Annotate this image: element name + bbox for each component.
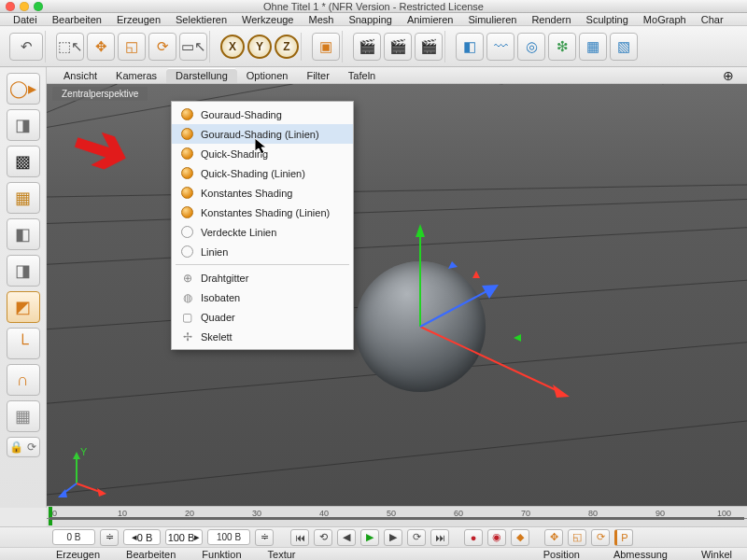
dd-quader[interactable]: ▢Quader <box>172 307 353 327</box>
step-forward-button[interactable]: ▶ <box>384 529 402 546</box>
lock-y-axis[interactable]: Y <box>247 35 272 59</box>
environment-button[interactable]: ▦ <box>579 33 607 61</box>
vp-menu-optionen[interactable]: Optionen <box>237 68 298 83</box>
prev-key-button[interactable]: ⟲ <box>314 529 332 546</box>
scale-tool[interactable]: ◱ <box>118 33 146 61</box>
picture-viewer-button[interactable]: 🎬 <box>415 33 443 61</box>
lock-z-axis[interactable]: Z <box>275 35 299 59</box>
close-traffic-light[interactable] <box>6 2 15 11</box>
menu-animieren[interactable]: Animieren <box>400 14 461 25</box>
menu-simulieren[interactable]: Simulieren <box>460 14 524 25</box>
menu-bearbeiten[interactable]: Bearbeiten <box>45 14 109 25</box>
range-start-field[interactable]: ◂ 0 B <box>123 529 161 545</box>
dd-quick-shading-linien[interactable]: Quick-Shading (Linien) <box>172 163 353 183</box>
magnet-snap-button[interactable]: ∩ <box>7 364 40 396</box>
status-bearbeiten[interactable]: Bearbeiten <box>126 549 176 560</box>
shading-ball-icon <box>181 167 193 179</box>
generator-button[interactable]: ◎ <box>517 33 545 61</box>
vp-menu-tafeln[interactable]: Tafeln <box>339 68 385 83</box>
status-erzeugen[interactable]: Erzeugen <box>56 549 100 560</box>
dd-skelett[interactable]: ✢Skelett <box>172 327 353 346</box>
minimize-traffic-light[interactable] <box>20 2 29 11</box>
lock-x-axis[interactable]: X <box>220 35 245 59</box>
shading-ball-icon <box>181 108 193 120</box>
render-settings-button[interactable]: 🎬 <box>384 33 412 61</box>
vp-menu-darstellung[interactable]: Darstellung <box>166 68 237 83</box>
key-param-button[interactable]: P <box>614 529 633 546</box>
current-frame-field[interactable]: 0 B <box>52 529 95 545</box>
timeline-ruler[interactable]: 0 10 20 30 40 50 60 70 80 90 100 <box>47 506 747 526</box>
svg-marker-7 <box>472 271 480 278</box>
menu-werkzeuge[interactable]: Werkzeuge <box>234 14 301 25</box>
camera-floor-button[interactable]: ▧ <box>610 33 638 61</box>
key-pos-button[interactable]: ✥ <box>544 529 563 546</box>
move-tool[interactable]: ✥ <box>87 33 115 61</box>
zoom-traffic-light[interactable] <box>34 2 43 11</box>
menu-mesh[interactable]: Mesh <box>301 14 341 25</box>
vp-menu-ansicht[interactable]: Ansicht <box>54 68 106 83</box>
play-button[interactable]: ▶ <box>360 529 379 546</box>
spline-button[interactable]: 〰 <box>486 33 514 61</box>
dd-konstantes-shading-linien[interactable]: Konstantes Shading (Linien) <box>172 203 353 222</box>
menu-sculpting[interactable]: Sculpting <box>579 14 636 25</box>
live-select-tool[interactable]: ⬚↖ <box>56 33 84 61</box>
frame-spinner[interactable]: ≑ <box>100 529 119 546</box>
perspective-viewport[interactable]: Y <box>47 84 747 508</box>
menu-char[interactable]: Char <box>694 14 731 25</box>
box-icon: ▢ <box>181 311 193 323</box>
status-textur[interactable]: Textur <box>268 549 296 560</box>
go-end-button[interactable]: ⏭ <box>430 529 449 546</box>
next-key-button[interactable]: ⟳ <box>407 529 426 546</box>
preview-end-field[interactable]: 100 B ▸ <box>165 529 203 545</box>
polygon-mode-button[interactable]: ◩ <box>7 291 40 323</box>
workplane-button[interactable]: ▦ <box>7 182 40 214</box>
dd-isobaten[interactable]: ◍Isobaten <box>172 287 353 307</box>
primitive-cube-button[interactable]: ◧ <box>456 33 484 61</box>
svg-line-2 <box>420 327 560 392</box>
make-editable-button[interactable]: ◯▸ <box>7 73 40 105</box>
record-button[interactable]: ● <box>464 529 483 546</box>
dd-gouraud-shading-linien[interactable]: Gouraud-Shading (Linien) <box>172 124 353 144</box>
menu-datei[interactable]: Datei <box>6 14 45 25</box>
workplane-snap-button[interactable]: ▦ <box>7 400 40 432</box>
step-back-button[interactable]: ◀ <box>337 529 356 546</box>
autokey-button[interactable]: ◉ <box>487 529 506 546</box>
tick: 70 <box>521 509 530 518</box>
vp-menu-kameras[interactable]: Kameras <box>106 68 166 83</box>
point-mode-button[interactable]: ◧ <box>7 218 40 250</box>
dd-drahtgitter[interactable]: ⊕Drahtgitter <box>172 268 353 287</box>
render-view-button[interactable]: 🎬 <box>353 33 381 61</box>
coord-system-button[interactable]: ▣ <box>312 33 340 61</box>
dd-quick-shading[interactable]: Quick-Shading <box>172 144 353 163</box>
menu-erzeugen[interactable]: Erzeugen <box>109 14 168 25</box>
model-mode-button[interactable]: ◨ <box>7 109 40 141</box>
dd-gouraud-shading[interactable]: Gouraud-Shading <box>172 105 353 124</box>
menu-snapping[interactable]: Snapping <box>341 14 400 25</box>
key-scale-button[interactable]: ◱ <box>568 529 586 546</box>
dd-linien[interactable]: Linien <box>172 242 353 261</box>
texture-mode-button[interactable]: ▩ <box>7 146 40 177</box>
key-rot-button[interactable]: ⟳ <box>591 529 610 546</box>
edge-mode-button[interactable]: ◨ <box>7 255 40 287</box>
deformer-button[interactable]: ❇ <box>548 33 576 61</box>
axis-orientation-gizmo: Y <box>58 444 114 500</box>
status-funktion[interactable]: Funktion <box>202 549 241 560</box>
menu-mograph[interactable]: MoGraph <box>636 14 694 25</box>
undo-button[interactable]: ↶ <box>9 33 43 61</box>
tick: 30 <box>252 509 261 518</box>
menu-rendern[interactable]: Rendern <box>524 14 578 25</box>
rotate-tool[interactable]: ⟳ <box>148 33 176 61</box>
darstellung-dropdown: Gouraud-Shading Gouraud-Shading (Linien)… <box>171 101 354 350</box>
dd-konstantes-shading[interactable]: Konstantes Shading <box>172 183 353 203</box>
lock-button[interactable]: 🔒 ⟳ <box>7 437 40 457</box>
keyframe-sel-button[interactable]: ◆ <box>511 529 529 546</box>
range-spinner[interactable]: ≑ <box>255 529 274 546</box>
menu-selektieren[interactable]: Selektieren <box>168 14 234 25</box>
go-start-button[interactable]: ⏮ <box>290 529 309 546</box>
vp-menu-filter[interactable]: Filter <box>297 68 338 83</box>
vp-maximize-icon[interactable]: ⊕ <box>717 68 740 83</box>
last-tool[interactable]: ▭↖ <box>179 33 207 61</box>
range-end-field[interactable]: 100 B <box>207 529 250 545</box>
dd-verdeckte-linien[interactable]: Verdeckte Linien <box>172 222 353 242</box>
axis-tool-button[interactable]: └ <box>7 328 40 359</box>
